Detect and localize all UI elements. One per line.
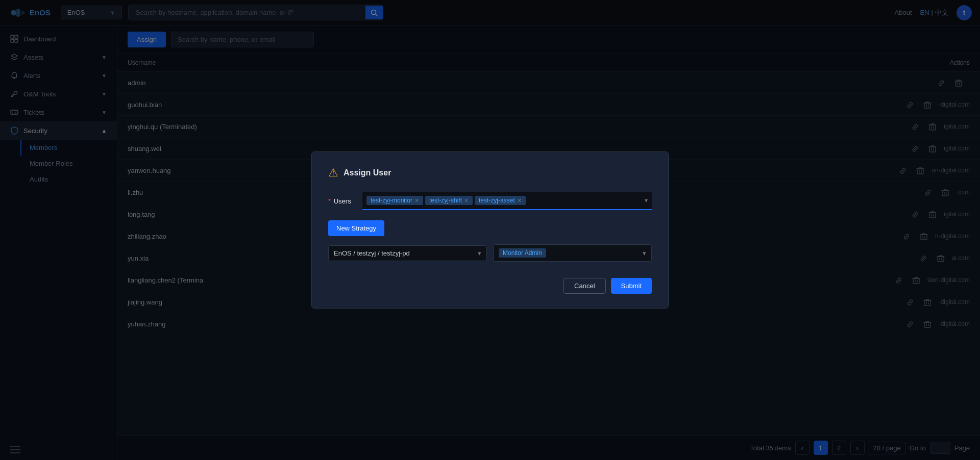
strategy-row: EnOS / testzyj / testzyj-pd ▾ Monitor Ad… bbox=[328, 244, 652, 262]
users-tag-select[interactable]: test-zyj-monitor ✕ test-zyj-shift ✕ test… bbox=[362, 192, 652, 210]
tag-asset[interactable]: test-zyj-asset ✕ bbox=[475, 196, 526, 205]
modal-title-row: ⚠ Assign User bbox=[328, 166, 652, 180]
submit-button[interactable]: Submit bbox=[611, 278, 652, 294]
tag-remove-shift[interactable]: ✕ bbox=[464, 197, 469, 204]
tag-remove-asset[interactable]: ✕ bbox=[517, 197, 522, 204]
chevron-down-icon: ▾ bbox=[478, 249, 481, 257]
new-strategy-button[interactable]: New Strategy bbox=[328, 220, 384, 236]
warning-icon: ⚠ bbox=[328, 166, 338, 180]
users-form-row: * Users test-zyj-monitor ✕ test-zyj-shif… bbox=[328, 192, 652, 210]
strategy-role-select[interactable]: Monitor Admin ▾ bbox=[493, 244, 652, 262]
chevron-down-icon: ▾ bbox=[643, 249, 646, 257]
modal-title: Assign User bbox=[344, 168, 391, 177]
assign-user-modal: ⚠ Assign User * Users test-zyj-monitor ✕… bbox=[311, 151, 669, 309]
tag-remove-monitor[interactable]: ✕ bbox=[414, 197, 419, 204]
tag-shift[interactable]: test-zyj-shift ✕ bbox=[425, 196, 473, 205]
strategy-path-select[interactable]: EnOS / testzyj / testzyj-pd ▾ bbox=[328, 245, 487, 261]
users-label: * Users bbox=[328, 197, 356, 205]
modal-overlay[interactable]: ⚠ Assign User * Users test-zyj-monitor ✕… bbox=[0, 0, 980, 460]
cancel-button[interactable]: Cancel bbox=[564, 278, 605, 294]
tag-monitor[interactable]: test-zyj-monitor ✕ bbox=[366, 196, 423, 205]
modal-footer: Cancel Submit bbox=[328, 278, 652, 294]
tag-select-chevron: ▾ bbox=[645, 197, 648, 204]
